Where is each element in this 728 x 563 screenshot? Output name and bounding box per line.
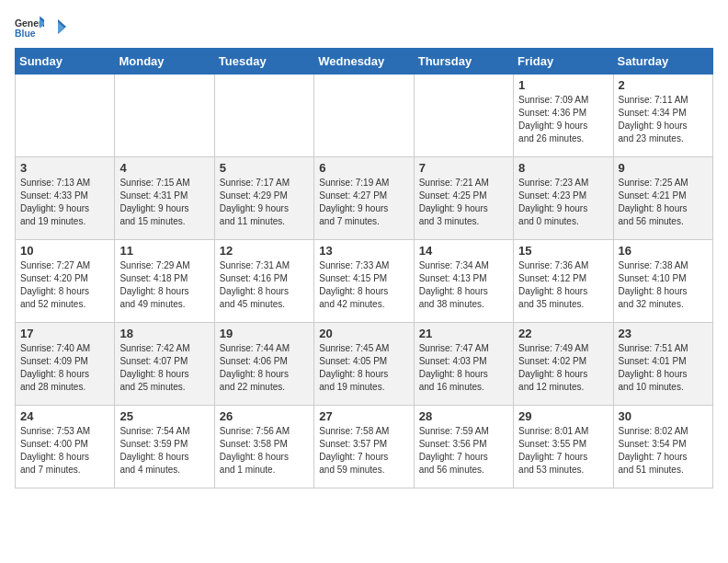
day-number: 18 [119, 327, 209, 340]
weekday-header-tuesday: Tuesday [214, 49, 313, 75]
day-info: Sunrise: 7:47 AM Sunset: 4:03 PM Dayligh… [419, 342, 508, 394]
day-info: Sunrise: 7:56 AM Sunset: 3:58 PM Dayligh… [220, 425, 309, 477]
logo-bird-icon [48, 17, 68, 38]
day-number: 8 [518, 161, 608, 175]
day-number: 16 [619, 244, 708, 258]
day-info: Sunrise: 7:38 AM Sunset: 4:10 PM Dayligh… [619, 259, 708, 311]
day-info: Sunrise: 7:09 AM Sunset: 4:36 PM Dayligh… [518, 94, 608, 145]
weekday-header-wednesday: Wednesday [314, 49, 414, 75]
calendar-cell: 24Sunrise: 7:53 AM Sunset: 4:00 PM Dayli… [16, 406, 115, 488]
calendar-cell: 13Sunrise: 7:33 AM Sunset: 4:15 PM Dayli… [314, 240, 414, 323]
day-number: 29 [518, 409, 608, 423]
logo: General Blue [15, 15, 68, 40]
day-number: 28 [419, 409, 508, 423]
day-info: Sunrise: 7:44 AM Sunset: 4:06 PM Dayligh… [220, 342, 309, 394]
day-info: Sunrise: 7:36 AM Sunset: 4:12 PM Dayligh… [518, 259, 608, 311]
calendar-cell: 19Sunrise: 7:44 AM Sunset: 4:06 PM Dayli… [214, 323, 313, 406]
calendar-table: SundayMondayTuesdayWednesdayThursdayFrid… [15, 48, 713, 488]
day-number: 6 [319, 161, 408, 175]
calendar-cell: 12Sunrise: 7:31 AM Sunset: 4:16 PM Dayli… [214, 240, 313, 323]
day-info: Sunrise: 7:53 AM Sunset: 4:00 PM Dayligh… [20, 425, 109, 477]
day-info: Sunrise: 7:23 AM Sunset: 4:23 PM Dayligh… [518, 177, 608, 228]
day-info: Sunrise: 7:27 AM Sunset: 4:20 PM Dayligh… [20, 259, 109, 311]
day-number: 11 [119, 244, 209, 258]
day-info: Sunrise: 7:19 AM Sunset: 4:27 PM Dayligh… [319, 177, 408, 228]
calendar-cell: 11Sunrise: 7:29 AM Sunset: 4:18 PM Dayli… [115, 240, 214, 323]
weekday-header-friday: Friday [514, 49, 613, 75]
calendar-week-row: 1Sunrise: 7:09 AM Sunset: 4:36 PM Daylig… [16, 75, 713, 157]
calendar-cell: 26Sunrise: 7:56 AM Sunset: 3:58 PM Dayli… [214, 406, 313, 488]
calendar-cell: 14Sunrise: 7:34 AM Sunset: 4:13 PM Dayli… [414, 240, 513, 323]
day-info: Sunrise: 7:29 AM Sunset: 4:18 PM Dayligh… [119, 259, 209, 311]
calendar-cell: 25Sunrise: 7:54 AM Sunset: 3:59 PM Dayli… [115, 406, 214, 488]
calendar-cell [214, 75, 313, 157]
day-number: 9 [619, 161, 708, 175]
day-number: 12 [220, 244, 309, 258]
day-info: Sunrise: 7:31 AM Sunset: 4:16 PM Dayligh… [220, 259, 309, 311]
calendar-cell: 7Sunrise: 7:21 AM Sunset: 4:25 PM Daylig… [414, 157, 513, 240]
day-number: 3 [20, 161, 109, 175]
calendar-cell [16, 75, 115, 157]
calendar-week-row: 24Sunrise: 7:53 AM Sunset: 4:00 PM Dayli… [16, 406, 713, 488]
day-number: 19 [220, 327, 309, 340]
day-info: Sunrise: 7:40 AM Sunset: 4:09 PM Dayligh… [20, 342, 109, 394]
day-number: 2 [619, 78, 708, 92]
calendar-cell: 30Sunrise: 8:02 AM Sunset: 3:54 PM Dayli… [613, 406, 712, 488]
day-number: 25 [119, 409, 209, 423]
calendar-cell: 17Sunrise: 7:40 AM Sunset: 4:09 PM Dayli… [16, 323, 115, 406]
weekday-header-row: SundayMondayTuesdayWednesdayThursdayFrid… [16, 49, 713, 75]
day-info: Sunrise: 7:11 AM Sunset: 4:34 PM Dayligh… [619, 94, 708, 145]
day-number: 27 [319, 409, 408, 423]
day-number: 30 [619, 409, 708, 423]
day-info: Sunrise: 7:25 AM Sunset: 4:21 PM Dayligh… [619, 177, 708, 228]
day-number: 22 [518, 327, 608, 340]
weekday-header-sunday: Sunday [16, 49, 115, 75]
day-number: 10 [20, 244, 109, 258]
day-number: 20 [319, 327, 408, 340]
calendar-cell: 1Sunrise: 7:09 AM Sunset: 4:36 PM Daylig… [514, 75, 613, 157]
day-number: 21 [419, 327, 508, 340]
calendar-cell: 8Sunrise: 7:23 AM Sunset: 4:23 PM Daylig… [514, 157, 613, 240]
day-info: Sunrise: 8:02 AM Sunset: 3:54 PM Dayligh… [619, 425, 708, 477]
day-info: Sunrise: 7:49 AM Sunset: 4:02 PM Dayligh… [518, 342, 608, 394]
calendar-cell: 10Sunrise: 7:27 AM Sunset: 4:20 PM Dayli… [16, 240, 115, 323]
header-area: General Blue [15, 15, 713, 40]
calendar-cell: 6Sunrise: 7:19 AM Sunset: 4:27 PM Daylig… [314, 157, 414, 240]
calendar-cell: 22Sunrise: 7:49 AM Sunset: 4:02 PM Dayli… [514, 323, 613, 406]
day-info: Sunrise: 7:42 AM Sunset: 4:07 PM Dayligh… [119, 342, 209, 394]
calendar-cell: 16Sunrise: 7:38 AM Sunset: 4:10 PM Dayli… [613, 240, 712, 323]
calendar-cell: 4Sunrise: 7:15 AM Sunset: 4:31 PM Daylig… [115, 157, 214, 240]
day-number: 23 [619, 327, 708, 340]
weekday-header-saturday: Saturday [613, 49, 712, 75]
weekday-header-thursday: Thursday [414, 49, 513, 75]
day-number: 14 [419, 244, 508, 258]
day-number: 13 [319, 244, 408, 258]
calendar-cell [115, 75, 214, 157]
day-info: Sunrise: 8:01 AM Sunset: 3:55 PM Dayligh… [518, 425, 608, 477]
day-number: 5 [220, 161, 309, 175]
calendar-cell: 3Sunrise: 7:13 AM Sunset: 4:33 PM Daylig… [16, 157, 115, 240]
calendar-cell: 29Sunrise: 8:01 AM Sunset: 3:55 PM Dayli… [514, 406, 613, 488]
day-info: Sunrise: 7:15 AM Sunset: 4:31 PM Dayligh… [119, 177, 209, 228]
day-info: Sunrise: 7:34 AM Sunset: 4:13 PM Dayligh… [419, 259, 508, 311]
day-info: Sunrise: 7:45 AM Sunset: 4:05 PM Dayligh… [319, 342, 408, 394]
day-info: Sunrise: 7:54 AM Sunset: 3:59 PM Dayligh… [119, 425, 209, 477]
day-number: 24 [20, 409, 109, 423]
day-number: 1 [518, 78, 608, 92]
calendar-cell: 5Sunrise: 7:17 AM Sunset: 4:29 PM Daylig… [214, 157, 313, 240]
calendar-cell [314, 75, 414, 157]
calendar-cell: 9Sunrise: 7:25 AM Sunset: 4:21 PM Daylig… [613, 157, 712, 240]
calendar-cell: 2Sunrise: 7:11 AM Sunset: 4:34 PM Daylig… [613, 75, 712, 157]
day-info: Sunrise: 7:51 AM Sunset: 4:01 PM Dayligh… [619, 342, 708, 394]
day-info: Sunrise: 7:21 AM Sunset: 4:25 PM Dayligh… [419, 177, 508, 228]
calendar-cell: 28Sunrise: 7:59 AM Sunset: 3:56 PM Dayli… [414, 406, 513, 488]
day-number: 7 [419, 161, 508, 175]
calendar-cell: 27Sunrise: 7:58 AM Sunset: 3:57 PM Dayli… [314, 406, 414, 488]
calendar-cell [414, 75, 513, 157]
calendar-cell: 15Sunrise: 7:36 AM Sunset: 4:12 PM Dayli… [514, 240, 613, 323]
calendar-cell: 23Sunrise: 7:51 AM Sunset: 4:01 PM Dayli… [613, 323, 712, 406]
calendar-cell: 18Sunrise: 7:42 AM Sunset: 4:07 PM Dayli… [115, 323, 214, 406]
calendar-cell: 21Sunrise: 7:47 AM Sunset: 4:03 PM Dayli… [414, 323, 513, 406]
svg-text:Blue: Blue [15, 29, 36, 39]
day-info: Sunrise: 7:33 AM Sunset: 4:15 PM Dayligh… [319, 259, 408, 311]
